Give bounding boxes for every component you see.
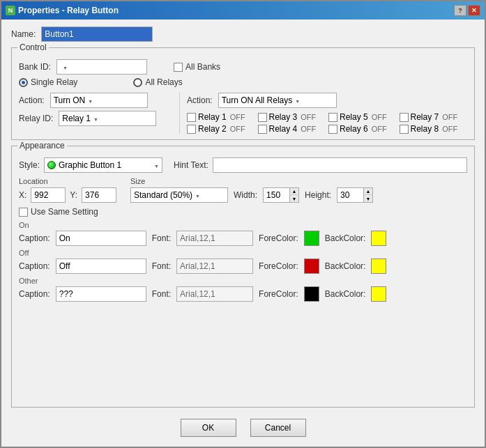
action-value: Turn ON <box>54 95 86 105</box>
relay-6-item: Relay 6 OFF <box>328 124 397 134</box>
relay-6-checkbox[interactable] <box>328 125 337 134</box>
relay-7-name: Relay 7 <box>411 112 439 122</box>
hint-input[interactable] <box>213 157 467 173</box>
other-font-label: Font: <box>152 289 171 299</box>
width-down-button[interactable]: ▼ <box>289 195 299 203</box>
all-relays-radio[interactable] <box>133 78 142 87</box>
relay-5-state: OFF <box>372 113 387 121</box>
window-title: Properties - Relay Button <box>18 6 119 15</box>
off-fore-color[interactable] <box>304 258 319 274</box>
ok-button[interactable]: OK <box>181 419 236 437</box>
size-select[interactable]: Standard (50%) <box>130 187 228 203</box>
relay-2-name: Relay 2 <box>198 124 227 134</box>
other-fore-color[interactable] <box>304 286 319 302</box>
single-relay-option: Single Relay <box>19 77 77 87</box>
relay-1-state: OFF <box>230 113 245 121</box>
help-button[interactable]: ? <box>454 5 466 16</box>
bank-id-label: Bank ID: <box>19 62 51 72</box>
height-spin-buttons: ▲ ▼ <box>363 187 373 203</box>
size-group: Size Standard (50%) Width: ▲ ▼ <box>130 177 467 203</box>
relay-8-checkbox[interactable] <box>400 125 409 134</box>
control-section: Control Bank ID: All Banks Single Rel <box>11 47 475 140</box>
off-font-input[interactable] <box>176 258 253 274</box>
x-input[interactable] <box>31 187 66 203</box>
use-same-row: Use Same Setting <box>19 207 467 217</box>
appearance-section: Appearance Style: Graphic Button 1 Hint … <box>11 146 475 408</box>
x-label: X: <box>19 190 26 200</box>
on-fore-color[interactable] <box>304 231 319 246</box>
style-select[interactable]: Graphic Button 1 <box>44 157 162 173</box>
app-icon: N <box>6 6 15 15</box>
other-section: Other Caption: Font: ForeColor: BackColo… <box>19 277 467 302</box>
single-relay-radio[interactable] <box>19 78 28 87</box>
relay-id-select[interactable]: Relay 1 <box>59 111 156 126</box>
off-fore-label: ForeColor: <box>259 261 298 271</box>
all-action-row: Action: Turn ON All Relays <box>187 93 467 108</box>
other-back-label: BackColor: <box>325 289 366 299</box>
name-input[interactable]: Button1 <box>41 26 153 42</box>
title-buttons: ? ✕ <box>454 5 480 16</box>
other-row: Caption: Font: ForeColor: BackColor: <box>19 286 467 302</box>
name-label: Name: <box>11 29 36 39</box>
other-caption-input[interactable] <box>56 286 146 302</box>
relay-id-label: Relay ID: <box>19 114 53 123</box>
style-hint-row: Style: Graphic Button 1 Hint Text: <box>19 157 467 173</box>
height-up-button[interactable]: ▲ <box>363 187 373 195</box>
xy-row: X: Y: <box>19 187 116 203</box>
on-font-input[interactable] <box>176 231 253 246</box>
relay-7-checkbox[interactable] <box>400 113 409 122</box>
off-caption-input[interactable] <box>56 258 146 274</box>
style-label: Style: <box>19 160 40 170</box>
relay-1-checkbox[interactable] <box>187 113 196 122</box>
relay-4-checkbox[interactable] <box>258 125 267 134</box>
size-value: Standard (50%) <box>134 190 192 200</box>
title-bar: N Properties - Relay Button ? ✕ <box>1 1 485 20</box>
relay-id-row: Relay ID: Relay 1 <box>19 111 172 126</box>
bank-id-select[interactable] <box>56 59 147 75</box>
all-action-label: Action: <box>187 95 213 105</box>
close-button[interactable]: ✕ <box>468 5 480 16</box>
other-fore-label: ForeColor: <box>259 289 298 299</box>
other-back-color[interactable] <box>371 286 386 302</box>
relay-3-item: Relay 3 OFF <box>258 112 326 122</box>
size-title: Size <box>130 177 467 185</box>
action-select[interactable]: Turn ON <box>50 93 148 108</box>
height-input[interactable] <box>337 187 363 203</box>
relay-2-state: OFF <box>230 125 245 133</box>
bank-id-row: Bank ID: All Banks <box>19 59 467 75</box>
on-title: On <box>19 221 467 229</box>
style-value: Graphic Button 1 <box>59 160 121 170</box>
relay-8-name: Relay 8 <box>411 124 439 134</box>
location-group: Location X: Y: <box>19 177 116 203</box>
on-caption-input[interactable] <box>56 231 146 246</box>
relay-7-item: Relay 7 OFF <box>400 112 468 122</box>
action-label: Action: <box>19 95 45 105</box>
y-input[interactable] <box>82 187 116 203</box>
cancel-button[interactable]: Cancel <box>250 419 306 437</box>
control-section-title: Control <box>17 43 49 52</box>
on-back-label: BackColor: <box>325 233 366 243</box>
hint-group: Hint Text: <box>174 157 467 173</box>
off-back-color[interactable] <box>371 258 386 274</box>
relay-6-state: OFF <box>372 125 387 133</box>
relay-4-item: Relay 4 OFF <box>258 124 326 134</box>
height-down-button[interactable]: ▼ <box>363 195 373 203</box>
name-row: Name: Button1 <box>11 26 475 42</box>
use-same-checkbox[interactable] <box>19 208 28 217</box>
relay-2-checkbox[interactable] <box>187 125 196 134</box>
other-font-input[interactable] <box>176 286 253 302</box>
single-relay-label: Single Relay <box>31 77 77 87</box>
on-section: On Caption: Font: ForeColor: BackColor: <box>19 221 467 246</box>
relay-5-checkbox[interactable] <box>328 113 337 122</box>
width-input[interactable] <box>263 187 289 203</box>
action-arrow <box>88 95 93 105</box>
all-banks-checkbox[interactable] <box>174 63 183 72</box>
main-window: N Properties - Relay Button ? ✕ Name: Bu… <box>0 0 486 448</box>
dialog-content: Name: Button1 Control Bank ID: All Banks <box>1 20 485 447</box>
relay-3-checkbox[interactable] <box>258 113 267 122</box>
relay-8-item: Relay 8 OFF <box>400 124 468 134</box>
width-up-button[interactable]: ▲ <box>289 187 299 195</box>
all-action-select[interactable]: Turn ON All Relays <box>218 93 337 108</box>
relay-1-item: Relay 1 OFF <box>187 112 255 122</box>
on-back-color[interactable] <box>371 231 386 246</box>
